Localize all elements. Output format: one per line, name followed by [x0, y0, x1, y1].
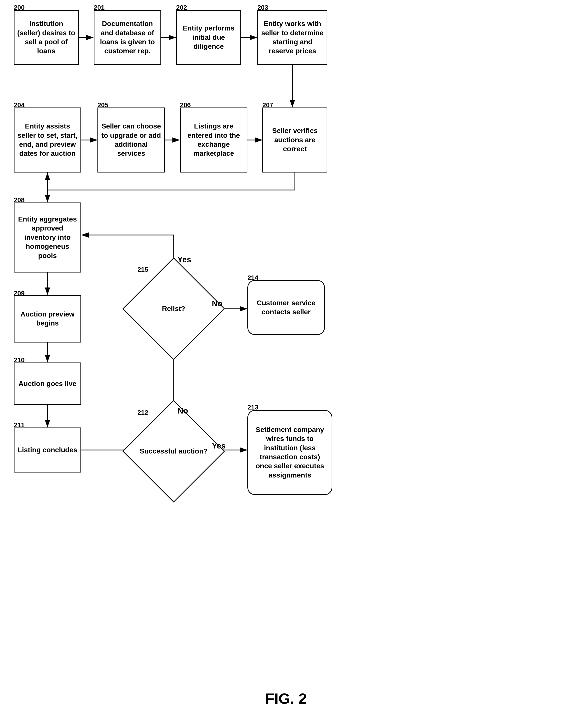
box-204: Entity assists seller to set, start, end… [14, 108, 81, 173]
box-202: Entity performs initial due diligence [176, 10, 241, 65]
diamond-212: Successful auction? [137, 415, 210, 487]
box-209: Auction preview begins [14, 295, 81, 342]
diagram-container: 200 Institution (seller) desires to sell… [0, 0, 572, 728]
no-label-212: No [177, 406, 188, 415]
diamond-212-text: Successful auction? [140, 447, 208, 455]
yes-label-215: Yes [177, 255, 191, 264]
box-214: Customer service contacts seller [247, 280, 325, 335]
no-label-215: No [212, 299, 223, 308]
box-205: Seller can choose to upgrade or add addi… [97, 108, 165, 173]
diamond-215: Relist? [137, 272, 210, 345]
box-200: Institution (seller) desires to sell a p… [14, 10, 79, 65]
yes-label-212: Yes [212, 441, 226, 451]
box-207: Seller verifies auctions are correct [262, 108, 327, 173]
box-211: Listing concludes [14, 427, 81, 472]
box-208: Entity aggregates approved inventory int… [14, 202, 81, 272]
box-210: Auction goes live [14, 362, 81, 405]
figure-caption: FIG. 2 [0, 690, 572, 713]
box-203: Entity works with seller to determine st… [258, 10, 327, 65]
box-206: Listings are entered into the exchange m… [180, 108, 247, 173]
diamond-215-text: Relist? [162, 305, 185, 313]
box-201: Documentation and database of loans is g… [94, 10, 161, 65]
box-213: Settlement company wires funds to instit… [247, 410, 332, 495]
